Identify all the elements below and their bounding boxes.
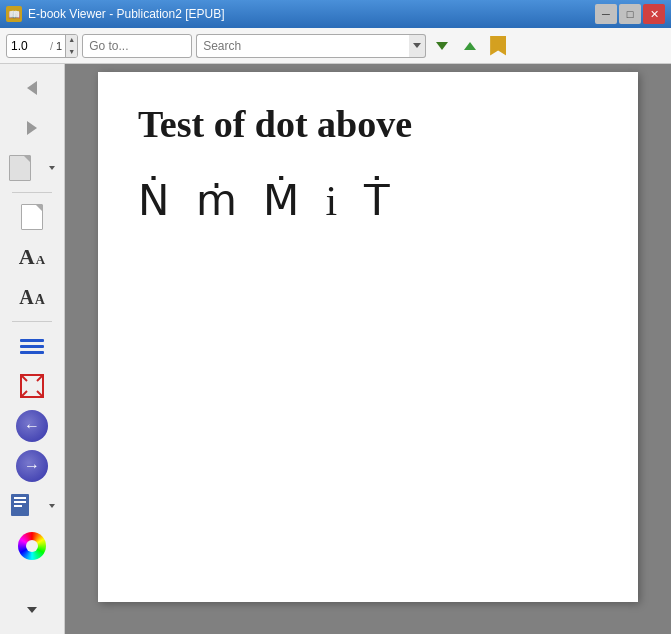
toc-line-3 xyxy=(20,351,44,354)
increase-font-button[interactable]: AA xyxy=(9,239,55,275)
page-scroll[interactable]: Test of dot above Ṅ ṁ Ṁ i Ṫ xyxy=(65,64,671,634)
svg-marker-0 xyxy=(27,81,37,95)
toc-icon xyxy=(20,339,44,354)
search-dropdown-button[interactable] xyxy=(409,34,426,58)
palette-icon xyxy=(18,532,46,560)
search-input[interactable] xyxy=(196,34,409,58)
close-button[interactable]: ✕ xyxy=(643,4,665,24)
bookmark-icon xyxy=(490,36,506,56)
page-white-icon xyxy=(21,204,43,230)
titlebar-title: E-book Viewer - Publication2 [EPUB] xyxy=(28,7,225,21)
increase-font-icon: AA xyxy=(19,244,45,270)
main-area: AA AA xyxy=(0,64,671,634)
titlebar-left: 📖 E-book Viewer - Publication2 [EPUB] xyxy=(6,6,225,22)
toolbar: / 1 ▲ ▼ xyxy=(0,28,671,64)
search-dropdown-arrow-icon xyxy=(413,43,421,48)
page-down-button[interactable]: ▼ xyxy=(66,46,77,58)
view-mode-button[interactable] xyxy=(4,150,60,186)
bookmarks-dropdown-icon xyxy=(49,504,55,508)
search-next-button[interactable] xyxy=(458,34,482,58)
svg-rect-9 xyxy=(14,501,26,503)
page-title: Test of dot above xyxy=(138,102,598,146)
back-button[interactable] xyxy=(9,70,55,106)
titlebar-controls: ─ □ ✕ xyxy=(595,4,665,24)
toc-line-1 xyxy=(20,339,44,342)
decrease-font-icon: AA xyxy=(19,286,45,309)
bookmarks-icon xyxy=(9,494,31,518)
back-arrow-icon xyxy=(21,77,43,99)
view-mode-dropdown-icon xyxy=(49,166,55,170)
toc-button[interactable] xyxy=(9,328,55,364)
page-input[interactable] xyxy=(7,37,47,55)
nav-down-icon xyxy=(436,42,448,50)
maximize-button[interactable]: □ xyxy=(619,4,641,24)
decrease-font-button[interactable]: AA xyxy=(9,279,55,315)
page-total: 1 xyxy=(56,40,65,52)
fullscreen-button[interactable] xyxy=(9,368,55,404)
left-toolbar: AA AA xyxy=(0,64,65,634)
forward-arrow-icon xyxy=(21,117,43,139)
page-spinner: ▲ ▼ xyxy=(65,34,77,58)
bookmarks-button[interactable] xyxy=(4,488,60,524)
expand-icon xyxy=(19,373,45,399)
page-up-button[interactable]: ▲ xyxy=(66,34,77,46)
page-area: Test of dot above Ṅ ṁ Ṁ i Ṫ xyxy=(65,64,671,634)
toolbar-separator-1 xyxy=(12,192,52,193)
toc-line-2 xyxy=(20,345,44,348)
toolbar-separator-2 xyxy=(12,321,52,322)
page-input-wrap: / 1 ▲ ▼ xyxy=(6,34,78,58)
single-page-button[interactable] xyxy=(9,199,55,235)
book-page: Test of dot above Ṅ ṁ Ṁ i Ṫ xyxy=(98,72,638,602)
titlebar: 📖 E-book Viewer - Publication2 [EPUB] ─ … xyxy=(0,0,671,28)
history-back-button[interactable]: ← xyxy=(9,408,55,444)
bookmark-button[interactable] xyxy=(486,34,510,58)
search-prev-button[interactable] xyxy=(430,34,454,58)
page-content: Ṅ ṁ Ṁ i Ṫ xyxy=(138,176,598,225)
more-button[interactable] xyxy=(9,592,55,628)
minimize-button[interactable]: ─ xyxy=(595,4,617,24)
history-forward-icon: → xyxy=(16,450,48,482)
svg-rect-10 xyxy=(14,505,22,507)
palette-button[interactable] xyxy=(9,528,55,564)
svg-marker-1 xyxy=(27,121,37,135)
forward-button[interactable] xyxy=(9,110,55,146)
more-icon xyxy=(27,607,37,613)
history-back-icon: ← xyxy=(16,410,48,442)
app-icon: 📖 xyxy=(6,6,22,22)
search-wrap xyxy=(196,34,426,58)
nav-up-icon xyxy=(464,42,476,50)
page-icon xyxy=(9,155,31,181)
page-separator: / xyxy=(47,40,56,52)
svg-rect-8 xyxy=(14,497,26,499)
history-forward-button[interactable]: → xyxy=(9,448,55,484)
goto-input[interactable] xyxy=(82,34,192,58)
